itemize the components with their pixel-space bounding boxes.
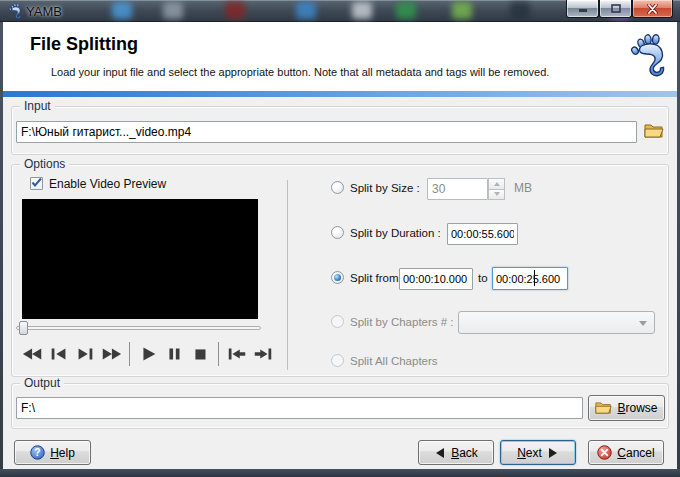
pause-button[interactable]: [163, 343, 185, 365]
slider-track[interactable]: [16, 326, 261, 330]
glass-blur-blob: [396, 2, 416, 19]
split-by-duration-label: Split by Duration :: [350, 226, 441, 240]
duration-value-field[interactable]: [447, 223, 518, 245]
glass-blur-blob: [510, 2, 530, 19]
play-icon: [137, 345, 159, 363]
video-preview: [22, 199, 258, 319]
output-group-label: Output: [20, 377, 64, 390]
next-arrow-icon: [547, 447, 559, 459]
media-separator: [129, 342, 130, 366]
svg-text:?: ?: [35, 447, 41, 458]
slider-thumb[interactable]: [19, 321, 28, 335]
radio-split-by-chapters: [331, 315, 344, 328]
media-controls: [22, 341, 274, 367]
wizard-header: File Splitting Load your input file and …: [3, 22, 677, 91]
check-icon: [30, 176, 43, 189]
step-forward-button[interactable]: [74, 343, 96, 365]
split-to-field-wrap: [492, 267, 568, 290]
back-button-label: Back: [451, 446, 478, 460]
next-button[interactable]: Next: [500, 440, 576, 465]
browse-button[interactable]: Browse: [588, 395, 665, 421]
split-to-field[interactable]: [492, 267, 568, 290]
split-from-label: Split from: [350, 271, 399, 285]
media-separator: [218, 342, 219, 366]
back-button[interactable]: Back: [418, 440, 494, 465]
glass-blur-blob: [296, 2, 316, 19]
options-group-label: Options: [20, 158, 69, 171]
foot-icon: [8, 3, 22, 22]
maximize-button[interactable]: [599, 0, 632, 18]
play-button[interactable]: [137, 343, 159, 365]
rewind-button[interactable]: [22, 343, 44, 365]
help-button[interactable]: ? Help: [14, 440, 91, 465]
radio-split-all-chapters: [331, 354, 344, 367]
fast-forward-icon: [100, 345, 122, 363]
glass-blur-blob: [225, 2, 245, 19]
input-browse-button[interactable]: [643, 123, 665, 141]
spin-up-icon: [494, 182, 500, 186]
folder-icon: [595, 401, 612, 415]
size-value-field: [427, 178, 488, 200]
radio-split-by-size[interactable]: [331, 181, 344, 194]
cancel-button[interactable]: Cancel: [588, 440, 664, 465]
stop-button[interactable]: [189, 343, 211, 365]
cancel-icon: [597, 445, 612, 460]
page-title: File Splitting: [30, 34, 138, 55]
step-back-icon: [48, 345, 70, 363]
pause-icon: [163, 345, 185, 363]
split-by-chapters-label: Split by Chapters # :: [350, 315, 454, 329]
split-all-chapters-label: Split All Chapters: [350, 354, 438, 368]
back-arrow-icon: [434, 447, 446, 459]
spin-down-icon: [494, 192, 500, 196]
window-frame-bottom: [0, 469, 680, 477]
output-path-field[interactable]: [16, 397, 583, 419]
yamb-window: YAMB File Splitting Load your input file…: [0, 0, 680, 477]
glass-blur-blob: [163, 2, 183, 19]
minimize-icon: [578, 4, 588, 13]
step-back-button[interactable]: [48, 343, 70, 365]
next-button-label: Next: [517, 446, 542, 460]
go-to-end-icon: [252, 345, 274, 363]
text-caret: [534, 270, 535, 286]
to-label: to: [478, 271, 488, 285]
foot-logo-icon: [629, 32, 667, 82]
titlebar: YAMB: [0, 0, 680, 22]
split-from-field[interactable]: [399, 268, 473, 290]
input-file-field[interactable]: [16, 121, 637, 143]
spin-up-button: [488, 178, 505, 190]
help-icon: ?: [30, 445, 45, 460]
glass-blur-blob: [452, 2, 472, 19]
header-accent-bar: [3, 91, 677, 97]
enable-preview-label: Enable Video Preview: [49, 177, 166, 191]
fast-forward-button[interactable]: [100, 343, 122, 365]
browse-button-label: Browse: [617, 401, 657, 415]
radio-split-by-duration[interactable]: [331, 226, 344, 239]
help-button-label: Help: [50, 446, 75, 460]
size-spinner: [488, 178, 505, 200]
minimize-button[interactable]: [566, 0, 599, 18]
glass-blur-blob: [352, 2, 372, 19]
close-button[interactable]: [632, 0, 673, 18]
seek-slider[interactable]: [16, 321, 261, 335]
rewind-icon: [22, 345, 44, 363]
go-to-end-button[interactable]: [252, 343, 274, 365]
split-by-size-label: Split by Size :: [350, 181, 420, 195]
cancel-button-label: Cancel: [617, 446, 654, 460]
go-to-start-button[interactable]: [226, 343, 248, 365]
glass-blur-blob: [112, 2, 132, 19]
enable-preview-checkbox[interactable]: [30, 177, 43, 190]
window-title: YAMB: [26, 4, 62, 19]
folder-icon: [644, 123, 664, 139]
stop-icon: [189, 345, 211, 363]
input-group-label: Input: [20, 100, 55, 113]
maximize-icon: [611, 4, 621, 13]
options-divider: [287, 180, 288, 370]
chapters-dropdown: [458, 311, 655, 334]
page-subtitle: Load your input file and select the appr…: [51, 66, 549, 78]
spin-down-button: [488, 190, 505, 201]
close-icon: [647, 4, 658, 14]
go-to-start-icon: [226, 345, 248, 363]
step-forward-icon: [74, 345, 96, 363]
radio-split-from[interactable]: [331, 271, 344, 284]
chevron-down-icon: [639, 321, 647, 326]
